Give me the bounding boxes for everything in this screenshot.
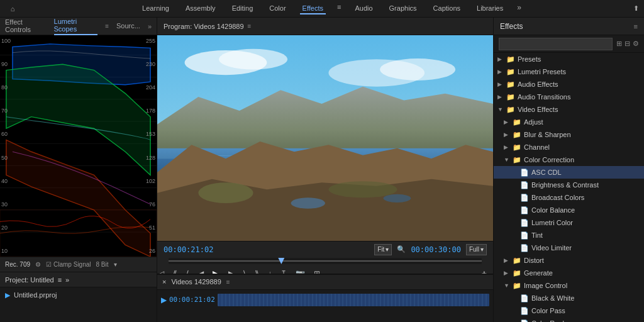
effects-list-icon[interactable]: ⊞ xyxy=(616,40,622,48)
image-control-label: Image Control xyxy=(524,282,567,289)
menu-item-captions[interactable]: Captions xyxy=(431,3,463,14)
project-item[interactable]: ▶ Untitled.prproj xyxy=(0,287,157,303)
color-balance-label: Color Balance xyxy=(531,206,575,214)
svg-point-19 xyxy=(219,49,287,70)
presets-arrow: ▶ xyxy=(497,56,504,62)
tree-item-channel[interactable]: ▶ 📁 Channel xyxy=(494,141,644,153)
tab-lumetri-scopes[interactable]: Lumetri Scopes xyxy=(54,18,98,35)
audio-effects-arrow: ▶ xyxy=(497,81,504,87)
menu-item-effects[interactable]: Effects xyxy=(300,3,326,14)
tree-item-distort[interactable]: ▶ 📁 Distort xyxy=(494,254,644,267)
playback-timeline[interactable] xyxy=(169,258,482,264)
tint-label: Tint xyxy=(531,231,543,239)
project-file-name: Untitled.prproj xyxy=(14,291,57,299)
tree-item-asc-cdl[interactable]: 📄 ASC CDL xyxy=(494,166,644,179)
tree-item-adjust[interactable]: ▶ 📁 Adjust xyxy=(494,116,644,128)
menu-expand-icon[interactable]: » xyxy=(517,3,521,14)
media-play-icon: ▶ xyxy=(5,291,10,299)
image-control-arrow: ▼ xyxy=(504,282,510,289)
timeline-clip-bar[interactable] xyxy=(218,294,489,306)
tree-item-lumetri-presets[interactable]: ▶ 📁 Lumetri Presets xyxy=(494,65,644,78)
channel-folder-icon: 📁 xyxy=(513,143,521,152)
timeline-panel: × Videos 1429889 ≡ ▶ 00:00:21:02 xyxy=(157,274,493,322)
tree-item-brightness-contrast[interactable]: 📄 Brightness & Contrast xyxy=(494,179,644,191)
tree-item-video-effects[interactable]: ▼ 📁 Video Effects xyxy=(494,103,644,116)
tree-item-generate[interactable]: ▶ 📁 Generate xyxy=(494,267,644,279)
clip-bar-fill xyxy=(218,294,489,306)
audio-effects-label: Audio Effects xyxy=(518,80,558,88)
tree-item-video-limiter[interactable]: 📄 Video Limiter xyxy=(494,242,644,254)
fit-dropdown[interactable]: Fit ▾ xyxy=(374,244,392,255)
tree-item-tint[interactable]: 📄 Tint xyxy=(494,229,644,242)
clamp-signal-checkbox[interactable]: ☑ Clamp Signal xyxy=(46,261,91,268)
project-expand-icon[interactable]: » xyxy=(65,276,69,284)
panel-expand-icon[interactable]: » xyxy=(148,23,152,30)
menu-item-learning[interactable]: Learning xyxy=(140,3,172,14)
svg-point-21 xyxy=(380,58,455,80)
tree-item-color-pass[interactable]: 📄 Color Pass xyxy=(494,304,644,317)
black-white-label: Black & White xyxy=(531,294,574,302)
generate-folder-icon: 📁 xyxy=(513,269,521,277)
tree-item-color-balance[interactable]: 📄 Color Balance xyxy=(494,204,644,216)
fit-dropdown-arrow: ▾ xyxy=(386,246,389,253)
audio-effects-folder-icon: 📁 xyxy=(506,80,515,89)
color-pass-label: Color Pass xyxy=(531,307,565,314)
tab-effect-controls[interactable]: Effect Controls xyxy=(5,18,47,35)
home-icon[interactable]: ⌂ xyxy=(5,1,20,16)
tree-item-audio-effects[interactable]: ▶ 📁 Audio Effects xyxy=(494,78,644,91)
effects-panel: Effects ≡ ⊞ ⊟ ⚙ ▶ 📁 Presets ▶ 📁 Lumetri … xyxy=(493,18,644,322)
brightness-contrast-file-icon: 📄 xyxy=(520,181,529,189)
effects-panel-header: Effects ≡ xyxy=(494,18,644,35)
scope-label-204: 204 xyxy=(146,84,155,91)
adjust-label: Adjust xyxy=(524,118,543,126)
program-header: Program: Videos 1429889 ≡ xyxy=(157,18,493,35)
tree-item-color-replace[interactable]: 📄 Color Replace xyxy=(494,317,644,322)
program-title: Program: Videos 1429889 xyxy=(164,23,244,30)
menu-item-graphics[interactable]: Graphics xyxy=(387,3,419,14)
tree-item-lumetri-color[interactable]: 📄 Lumetri Color xyxy=(494,216,644,229)
tree-item-audio-transitions[interactable]: ▶ 📁 Audio Transitions xyxy=(494,91,644,103)
menu-item-audio[interactable]: Audio xyxy=(352,3,375,14)
scope-settings-icon[interactable]: ⚙ xyxy=(35,261,41,268)
lumetri-scopes-menu-icon: ≡ xyxy=(105,23,109,30)
rec-label: Rec. 709 xyxy=(5,261,30,268)
video-effects-label: Video Effects xyxy=(518,106,558,113)
effects-panel-menu-icon[interactable]: ≡ xyxy=(634,23,638,30)
program-menu-icon[interactable]: ≡ xyxy=(248,23,252,30)
effects-view-icons: ⊞ ⊟ ⚙ xyxy=(616,40,639,48)
export-icon[interactable]: ⬆ xyxy=(633,4,639,13)
tree-item-broadcast-colors[interactable]: 📄 Broadcast Colors xyxy=(494,191,644,204)
effects-tree: ▶ 📁 Presets ▶ 📁 Lumetri Presets ▶ 📁 Audi… xyxy=(494,53,644,322)
scope-label-230: 230 xyxy=(146,61,155,67)
effects-grid-icon[interactable]: ⊟ xyxy=(625,40,630,48)
menu-item-editing[interactable]: Editing xyxy=(230,3,256,14)
tree-item-presets[interactable]: ▶ 📁 Presets xyxy=(494,53,644,65)
tree-item-image-control[interactable]: ▼ 📁 Image Control xyxy=(494,279,644,292)
black-white-file-icon: 📄 xyxy=(520,294,529,303)
scope-label-80: 80 xyxy=(1,84,11,91)
menu-items: Learning Assembly Editing Color Effects … xyxy=(28,3,633,14)
project-menu-icon[interactable]: ≡ xyxy=(58,276,62,284)
menu-item-color[interactable]: Color xyxy=(267,3,288,14)
generate-label: Generate xyxy=(524,269,553,277)
tree-item-black-white[interactable]: 📄 Black & White xyxy=(494,292,644,304)
tree-item-color-correction[interactable]: ▼ 📁 Color Correction xyxy=(494,153,644,166)
full-dropdown[interactable]: Full ▾ xyxy=(466,244,487,255)
scope-label-128: 128 xyxy=(146,155,155,161)
tree-item-blur-sharpen[interactable]: ▶ 📁 Blur & Sharpen xyxy=(494,128,644,141)
effects-settings-icon[interactable]: ⚙ xyxy=(633,40,639,48)
top-menu-bar: ⌂ Learning Assembly Editing Color Effect… xyxy=(0,0,644,18)
bit-depth-dropdown[interactable]: 8 Bit xyxy=(96,261,109,268)
brightness-contrast-label: Brightness & Contrast xyxy=(531,181,599,189)
tab-source[interactable]: Sourc... xyxy=(116,22,140,31)
menu-item-libraries[interactable]: Libraries xyxy=(474,3,506,14)
distort-folder-icon: 📁 xyxy=(513,257,521,265)
presets-folder-icon: 📁 xyxy=(506,55,515,64)
menu-item-assembly[interactable]: Assembly xyxy=(183,3,218,14)
zoom-icon[interactable]: 🔍 xyxy=(397,245,406,253)
scope-label-153: 153 xyxy=(146,131,155,137)
color-correction-label: Color Correction xyxy=(524,156,574,164)
program-monitor: Program: Videos 1429889 ≡ xyxy=(157,18,493,274)
timeline-menu-icon[interactable]: ≡ xyxy=(226,279,230,286)
effects-search-input[interactable] xyxy=(499,38,613,50)
